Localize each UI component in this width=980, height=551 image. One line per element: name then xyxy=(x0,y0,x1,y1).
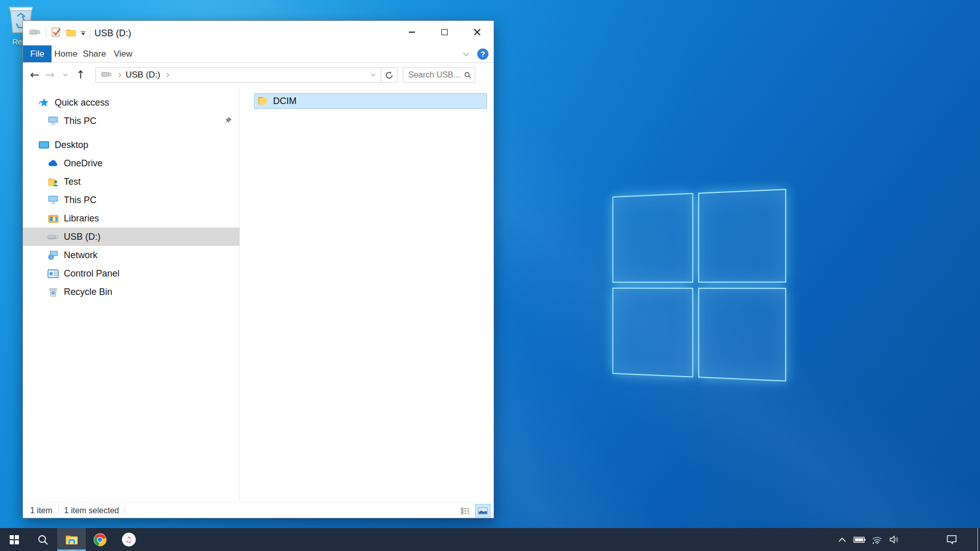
window-title: USB (D:) xyxy=(94,28,131,39)
minimize-icon xyxy=(409,32,415,33)
tab-home[interactable]: Home xyxy=(52,45,80,62)
windows-logo-pane xyxy=(698,288,787,382)
usb-drive-icon xyxy=(29,29,41,38)
windows-logo-pane xyxy=(698,189,787,283)
network-status[interactable] xyxy=(868,528,886,551)
maximize-icon xyxy=(442,29,448,35)
sidebar-item-recycle-bin[interactable]: Recycle Bin xyxy=(23,283,239,301)
folder-icon xyxy=(258,95,268,107)
address-dropdown-icon xyxy=(371,72,375,76)
details-view-icon xyxy=(461,507,470,515)
sidebar-item-label: This PC xyxy=(64,116,96,127)
taskbar: ♫ xyxy=(0,528,980,551)
this-pc-icon xyxy=(47,115,59,127)
sidebar-item-network[interactable]: Network xyxy=(23,246,239,264)
help-icon[interactable]: ? xyxy=(477,48,488,60)
pin-icon xyxy=(224,116,232,127)
navigation-pane: Quick access This PC xyxy=(23,87,240,503)
recent-locations-button[interactable] xyxy=(58,67,73,83)
sidebar-item-label: Recycle Bin xyxy=(64,287,112,297)
ribbon-tabs: File Home Share View xyxy=(23,45,494,63)
minimize-button[interactable] xyxy=(396,21,428,43)
item-count: 1 item xyxy=(30,506,53,515)
file-list[interactable]: DCIM xyxy=(240,87,494,503)
sidebar-item-label: Control Panel xyxy=(64,268,119,279)
address-bar[interactable]: USB (D:) xyxy=(95,67,398,83)
battery-icon xyxy=(853,536,866,543)
sidebar-item-this-pc[interactable]: This PC xyxy=(23,191,239,209)
file-name: DCIM xyxy=(273,96,297,107)
taskbar-chrome-button[interactable] xyxy=(86,528,114,551)
maximize-button[interactable] xyxy=(428,21,461,43)
breadcrumb: USB (D:) xyxy=(96,70,365,80)
volume-control[interactable] xyxy=(886,528,903,551)
properties-check-icon[interactable] xyxy=(51,27,61,39)
hidden-icons-icon xyxy=(838,537,846,542)
tab-share[interactable]: Share xyxy=(80,45,109,62)
status-separator xyxy=(58,507,59,514)
ribbon-collapse-icon[interactable] xyxy=(463,50,469,56)
quick-access-toolbar xyxy=(29,27,90,39)
search-icon xyxy=(37,534,48,545)
customize-toolbar-icon[interactable] xyxy=(81,31,85,36)
sidebar-item-usb-d[interactable]: USB (D:) xyxy=(23,228,239,246)
network-icon xyxy=(47,249,59,261)
hidden-icons-button[interactable] xyxy=(834,528,851,551)
refresh-icon xyxy=(385,71,394,80)
itunes-icon: ♫ xyxy=(122,533,136,546)
sidebar-item-control-panel[interactable]: Control Panel xyxy=(23,264,239,283)
up-button[interactable]: ↑ xyxy=(73,67,88,83)
taskbar-search-button[interactable] xyxy=(29,528,57,551)
tab-file[interactable]: File xyxy=(23,45,52,62)
refresh-button[interactable] xyxy=(381,68,397,82)
sidebar-item-label: OneDrive xyxy=(64,158,103,169)
file-item-dcim[interactable]: DCIM xyxy=(254,93,487,109)
sidebar-item-this-pc-pinned[interactable]: This PC xyxy=(23,112,239,130)
action-center-button[interactable] xyxy=(943,528,960,551)
back-button[interactable]: ← xyxy=(27,67,42,83)
sidebar-item-label: Test xyxy=(64,177,81,187)
close-button[interactable] xyxy=(461,21,494,43)
sidebar-item-quick-access[interactable]: Quick access xyxy=(23,93,239,112)
forward-button[interactable]: → xyxy=(42,67,58,83)
back-icon: ← xyxy=(30,69,39,81)
sidebar-item-onedrive[interactable]: OneDrive xyxy=(23,154,239,172)
chrome-icon xyxy=(93,533,107,546)
selection-count: 1 item selected xyxy=(64,506,119,515)
tab-view[interactable]: View xyxy=(109,45,137,62)
breadcrumb-chevron-icon[interactable] xyxy=(165,73,169,77)
navigation-bar: ← → ↑ USB (D:) xyxy=(23,63,494,87)
toolbar-separator xyxy=(90,28,90,39)
taskbar-file-explorer-button[interactable] xyxy=(57,528,86,551)
sidebar-item-label: Libraries xyxy=(64,213,99,224)
address-dropdown-button[interactable] xyxy=(365,68,381,82)
file-explorer-icon xyxy=(65,534,79,545)
taskbar-itunes-button[interactable]: ♫ xyxy=(114,528,143,551)
sidebar-item-label: Quick access xyxy=(55,97,109,108)
search-icon[interactable] xyxy=(464,71,472,80)
sidebar-item-test[interactable]: Test xyxy=(23,172,239,191)
recycle-bin-icon xyxy=(47,286,59,297)
thumbnails-view-icon xyxy=(478,507,488,515)
status-bar: 1 item 1 item selected xyxy=(23,503,494,518)
search-input[interactable] xyxy=(408,70,464,80)
new-folder-icon[interactable] xyxy=(66,28,76,39)
show-desktop-button[interactable] xyxy=(977,528,980,551)
sidebar-item-libraries[interactable]: Libraries xyxy=(23,209,239,228)
control-panel-icon xyxy=(47,268,59,279)
close-icon xyxy=(474,29,481,36)
start-button[interactable] xyxy=(0,528,29,551)
breadcrumb-chevron-icon[interactable] xyxy=(117,73,121,77)
sidebar-item-desktop[interactable]: Desktop xyxy=(23,136,239,154)
titlebar[interactable]: USB (D:) xyxy=(23,21,494,45)
details-view-button[interactable] xyxy=(458,504,473,517)
battery-status[interactable] xyxy=(851,528,868,551)
recent-locations-icon xyxy=(63,72,67,76)
search-box[interactable] xyxy=(403,67,475,83)
windows-logo xyxy=(612,189,787,382)
status-separator xyxy=(125,507,125,514)
sidebar-item-label: Network xyxy=(64,250,97,261)
breadcrumb-location[interactable]: USB (D:) xyxy=(126,70,160,80)
this-pc-icon xyxy=(47,194,59,206)
thumbnails-view-button[interactable] xyxy=(475,504,491,517)
